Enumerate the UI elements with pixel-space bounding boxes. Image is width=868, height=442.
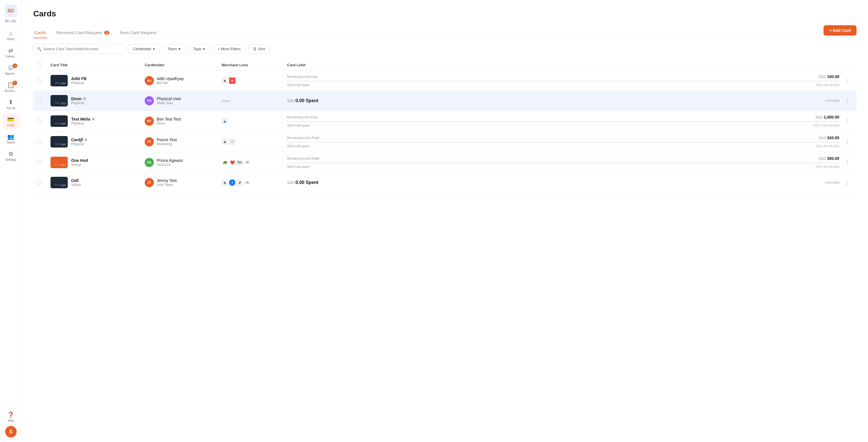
cardholder-filter-label: Cardholder	[133, 47, 151, 51]
card-limit-cell: Remaining Limit (Oct) SGD 1,000.00 SGD 0…	[287, 115, 839, 127]
swipe-logo: S	[5, 426, 17, 437]
table-row[interactable]: *** XXXX Cardjf ⧉ Physical PT Poorni Tes…	[33, 131, 857, 152]
team-filter-button[interactable]: Team ▾	[163, 44, 185, 54]
merchant-icon-j: J	[237, 179, 243, 186]
search-icon: 🔍	[37, 47, 42, 51]
card-name: Cell	[71, 178, 81, 183]
add-card-button[interactable]: + Add Card	[824, 25, 857, 36]
more-menu-button[interactable]: ⋮	[842, 178, 853, 187]
card-limit-cell: Remaining Limit (Total) SGD 300.00 SGD 0…	[287, 156, 839, 168]
more-filters-button[interactable]: + More Filters	[213, 44, 245, 54]
unlimited-text: Unlimited	[825, 99, 839, 103]
cardholder-name: Ben Test Test	[157, 117, 181, 121]
tab-received-label: Received Card Request	[56, 30, 102, 35]
row-checkbox[interactable]	[37, 78, 41, 83]
page-title: Cards	[33, 9, 857, 19]
table-row[interactable]: *** XXXX Aditi FB Physical AU Aditi Upad…	[33, 70, 857, 91]
avatar: AU	[145, 76, 154, 85]
more-menu-button[interactable]: ⋮	[842, 158, 853, 167]
progress-bar	[287, 142, 839, 143]
row-checkbox[interactable]	[37, 180, 41, 185]
row-checkbox[interactable]	[37, 98, 41, 103]
limit-value: SGD 100.00	[818, 74, 839, 79]
tab-cards[interactable]: Cards	[33, 27, 47, 38]
col-header-merchant-lock: Merchant Lock	[222, 63, 285, 67]
cardholder-team: Test1122	[157, 163, 183, 167]
sidebar-item-accounts[interactable]: 📋 Accoun... 1	[2, 79, 20, 95]
card-chip-cell: *** XXXX Donn ⧉ Physical	[51, 95, 143, 106]
sidebar-item-approvals[interactable]: ☑ Approv... 1	[2, 62, 20, 78]
accounts-badge: 1	[12, 81, 17, 85]
cardholder-cell: JT Jimmy Test Anitt Team	[145, 178, 219, 187]
sidebar-item-settings[interactable]: ⚙ Settings	[2, 148, 20, 164]
merchant-lock-cell: ▲	[222, 118, 285, 124]
tab-received[interactable]: Received Card Request 2	[55, 27, 111, 38]
limit-row: Remaining Limit (Oct) SGD 1,000.00	[287, 115, 839, 119]
search-input[interactable]	[33, 44, 125, 54]
cardholder-filter-button[interactable]: Cardholder ▾	[128, 44, 160, 54]
select-all-checkbox[interactable]	[37, 63, 41, 67]
card-type: Physical	[71, 142, 87, 146]
card-chip-cell: *** XXXX Cardjf ⧉ Physical	[51, 136, 143, 148]
sidebar-item-help[interactable]: ❓ Help	[2, 409, 20, 425]
card-chip-cell: *** XXXX Aditi FB Physical	[51, 75, 143, 86]
cardholder-name: Aditi Upadhyay	[157, 76, 184, 81]
sidebar-item-topup[interactable]: ⬆ Top Up	[2, 96, 20, 112]
merchant-plus: +5	[244, 181, 250, 185]
sidebar-item-cards[interactable]: 💳 Cards	[2, 114, 20, 129]
limit-total: SGD 1,000.00 limit	[813, 124, 839, 127]
limit-row: Remaining Limit (Total) SGD 343.00	[287, 135, 839, 140]
merchant-icon-1: 🐢	[222, 159, 228, 166]
sort-button[interactable]: ⇅ Sort	[248, 44, 270, 54]
table-row[interactable]: *** XXXX Test Melia ⧉ Physical BT Ben Te…	[33, 111, 857, 131]
merchant-icon-amazon: a	[222, 138, 228, 145]
limit-total: SGD 343.00 limit	[815, 145, 839, 148]
copy-icon[interactable]: ⧉	[84, 138, 87, 142]
merchant-icon-amazon: a	[222, 77, 228, 84]
tab-sent[interactable]: Sent Card Request	[119, 27, 158, 38]
table-row[interactable]: *** 8195 Cell Virtual JT Jimmy Test Anit…	[33, 173, 857, 193]
tab-cards-label: Cards	[34, 30, 46, 35]
sidebar-item-transactions[interactable]: ⇄ Transa...	[2, 44, 20, 61]
col-header-card-limit: Card Limit	[287, 63, 839, 67]
cardholder-info: Aditi Upadhyay Bel Del	[157, 76, 184, 85]
row-checkbox-cell	[37, 180, 48, 185]
avatar: PT	[145, 137, 154, 146]
more-menu-button[interactable]: ⋮	[842, 96, 853, 105]
row-checkbox[interactable]	[37, 119, 41, 123]
cardholder-info: Physical User Team Sam	[157, 96, 181, 105]
card-number: *** XXXX	[55, 123, 66, 125]
limit-total: SGD 100.00 limit	[815, 83, 839, 87]
merchant-lock-cell: None	[222, 99, 285, 103]
row-checkbox[interactable]	[37, 160, 41, 165]
row-checkbox-cell	[37, 78, 48, 83]
topup-icon: ⬆	[8, 99, 13, 106]
table-row[interactable]: *** XXXX Donn ⧉ Physical PU Physical Use…	[33, 91, 857, 111]
more-menu-button[interactable]: ⋮	[842, 117, 853, 125]
merchant-icon-fb: f	[229, 179, 236, 186]
cardholder-cell: PU Physical User Team Sam	[145, 96, 219, 105]
table-row[interactable]: *** 6565 One Hod Virtual PA Prince Ageao…	[33, 152, 857, 173]
merchant-lock-cell: a f J +5	[222, 179, 285, 186]
cardholder-cell: PT Poorni Test Marketing	[145, 137, 219, 146]
type-filter-button[interactable]: Type ▾	[188, 44, 210, 54]
copy-icon[interactable]: ⧉	[83, 97, 86, 101]
card-name: Aditi FB	[71, 76, 87, 81]
sidebar-item-home[interactable]: ⌂ Home	[2, 27, 20, 43]
more-menu-button[interactable]: ⋮	[842, 137, 853, 146]
team-filter-label: Team	[167, 47, 177, 51]
merchant-none: None	[222, 99, 230, 103]
col-header-card-title: Card Title	[51, 63, 143, 67]
cardholder-team: Duno	[157, 121, 181, 125]
sidebar-item-teams[interactable]: 👥 Teams	[2, 131, 20, 147]
row-checkbox[interactable]	[37, 139, 41, 144]
more-menu-button[interactable]: ⋮	[842, 76, 853, 85]
copy-icon[interactable]: ⧉	[92, 117, 95, 121]
avatar: PA	[145, 158, 154, 167]
card-chip: *** XXXX	[51, 75, 68, 86]
cardholder-name: Poorni Test	[157, 137, 177, 142]
card-type: Virtual	[71, 163, 88, 167]
sidebar: BD BEL DEL ⌂ Home ⇄ Transa... ☑ Approv..…	[0, 0, 22, 442]
merchant-icon-adobe: A	[229, 77, 236, 84]
teams-icon: 👥	[7, 133, 14, 140]
